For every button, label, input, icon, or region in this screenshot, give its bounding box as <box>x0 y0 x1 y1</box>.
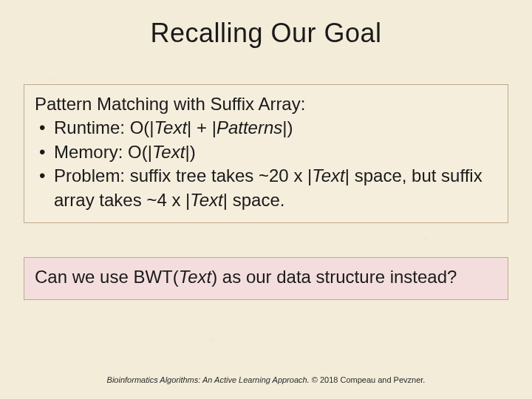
italic-term: Text <box>179 267 211 287</box>
list-item: Problem: suffix tree takes ~20 x |Text| … <box>35 164 497 212</box>
slide: Recalling Our Goal Pattern Matching with… <box>0 0 532 399</box>
list-item: Runtime: O(|Text| + |Patterns|) <box>35 116 497 140</box>
footer-book: Bioinformatics Algorithms: An Active Lea… <box>107 375 310 384</box>
text: ) as our data structure instead? <box>211 267 457 287</box>
text: Can we use BWT( <box>35 267 179 287</box>
italic-term: Text <box>312 166 344 185</box>
italic-term: Text <box>154 117 187 137</box>
page-title: Recalling Our Goal <box>24 18 508 49</box>
box-heading: Pattern Matching with Suffix Array: <box>35 92 497 116</box>
box-question: Can we use BWT(Text) as our data structu… <box>24 257 508 300</box>
list-item: Memory: O(|Text|) <box>35 140 497 164</box>
text: | space. <box>223 190 285 210</box>
box-suffix-array: Pattern Matching with Suffix Array: Runt… <box>24 84 508 223</box>
text: |) <box>282 117 293 137</box>
footer: Bioinformatics Algorithms: An Active Lea… <box>0 375 532 384</box>
text: | + | <box>187 117 216 137</box>
text: Runtime: O(| <box>54 117 154 137</box>
bullet-list: Runtime: O(|Text| + |Patterns|) Memory: … <box>35 116 497 212</box>
italic-term: Text <box>190 190 222 210</box>
italic-term: Text <box>152 142 185 162</box>
text: |) <box>185 142 195 162</box>
italic-term: Patterns <box>216 117 282 137</box>
text: Memory: O(| <box>54 142 152 162</box>
footer-rights: © 2018 Compeau and Pevzner. <box>310 375 426 384</box>
text: Problem: suffix tree takes ~20 x | <box>54 166 312 185</box>
